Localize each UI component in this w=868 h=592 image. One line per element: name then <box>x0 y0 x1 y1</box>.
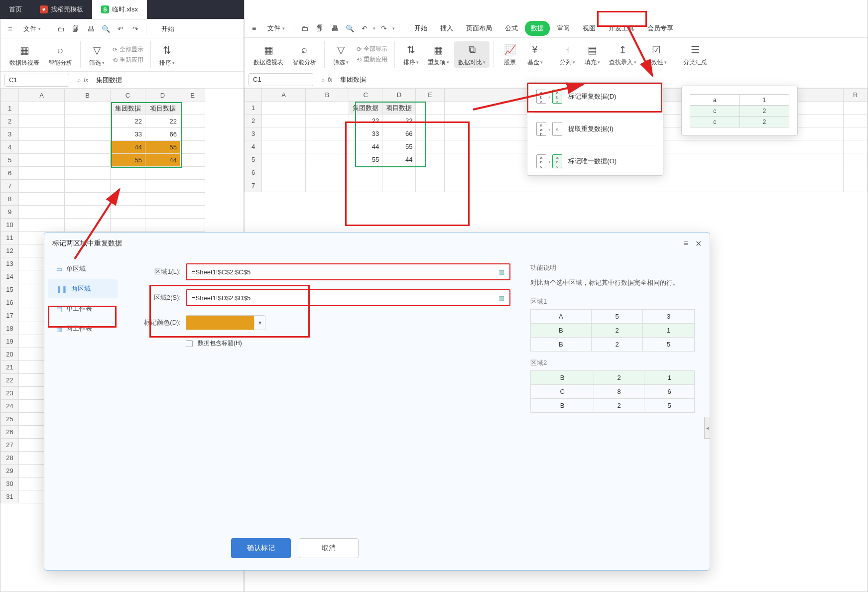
ribbon-pivot[interactable]: ▦数据透视表 <box>249 41 287 68</box>
row-10[interactable]: 10 <box>1 219 19 232</box>
row-3[interactable]: 3 <box>245 127 262 140</box>
row-16[interactable]: 16 <box>1 296 19 309</box>
redo-icon[interactable]: ↷ <box>129 22 142 35</box>
collapse-handle[interactable]: ◂ <box>704 417 710 439</box>
menu-start-left[interactable]: 开始 <box>155 21 180 36</box>
ribbon-compare[interactable]: ⧉数据对比▾ <box>454 41 490 68</box>
dropdown-mark-duplicate[interactable]: abc›abc 标记重复数据(D) <box>527 83 663 111</box>
col-B[interactable]: B <box>65 89 111 102</box>
ribbon-duplicates[interactable]: ▦重复项▾ <box>424 41 453 68</box>
fx-left[interactable]: ⌕ fx <box>73 77 92 84</box>
row-1[interactable]: 1 <box>1 102 19 115</box>
menu-layout[interactable]: 页面布局 <box>460 21 498 36</box>
row-14[interactable]: 14 <box>1 270 19 283</box>
ribbon-split[interactable]: ⫞分列▾ <box>555 41 579 68</box>
col-E[interactable]: E <box>180 89 205 102</box>
row-28[interactable]: 28 <box>1 452 19 465</box>
row-25[interactable]: 25 <box>1 413 19 426</box>
fx-right[interactable]: ⌕ fx <box>317 76 336 83</box>
row-13[interactable]: 13 <box>1 257 19 270</box>
save-icon[interactable]: 🗐 <box>313 22 326 35</box>
row-29[interactable]: 29 <box>1 465 19 477</box>
ribbon-subtotal[interactable]: ☰分类汇总 <box>679 41 711 68</box>
menu-formula[interactable]: 公式 <box>499 21 524 36</box>
undo-icon[interactable]: ↶ <box>114 22 127 35</box>
name-box-left[interactable]: C1 <box>4 74 69 87</box>
hamburger-icon[interactable]: ≡ <box>248 22 260 35</box>
color-picker[interactable]: ▾ <box>186 315 265 330</box>
row-27[interactable]: 27 <box>1 439 19 452</box>
row-18[interactable]: 18 <box>1 322 19 335</box>
area1-input[interactable]: =Sheet1!$C$2:$C$5▥ <box>186 263 510 280</box>
dropdown-mark-unique[interactable]: abc›abc 标记唯一数据(O) <box>527 147 663 175</box>
row-11[interactable]: 11 <box>1 232 19 244</box>
menu-start[interactable]: 开始 <box>408 21 433 36</box>
tab-templates[interactable]: ♥找稻壳模板 <box>31 0 92 19</box>
ribbon-filter-left[interactable]: ▽筛选▾ <box>85 42 109 68</box>
row-4[interactable]: 4 <box>1 141 19 154</box>
row-3[interactable]: 3 <box>1 128 19 141</box>
ribbon-stock[interactable]: 📈股票 <box>498 41 522 68</box>
menu-member[interactable]: 会员专享 <box>641 21 679 36</box>
menu-view[interactable]: 视图 <box>577 21 602 36</box>
print-icon[interactable]: 🖶 <box>328 22 341 35</box>
hamburger-icon[interactable]: ≡ <box>3 22 16 35</box>
file-menu-left[interactable]: 文件▾ <box>18 22 46 35</box>
save-icon[interactable]: 🗐 <box>69 22 82 35</box>
ribbon-smart-left[interactable]: ⌕智能分析 <box>44 42 76 68</box>
undo-icon[interactable]: ↶ <box>358 22 371 35</box>
col-C[interactable]: C <box>111 89 145 102</box>
col-E[interactable]: E <box>416 89 444 102</box>
menu-review[interactable]: 审阅 <box>551 21 576 36</box>
col-R[interactable]: R <box>844 89 868 102</box>
area2-input[interactable]: =Sheet1!$D$2:$D$5▥ <box>186 289 510 306</box>
row-2[interactable]: 2 <box>245 115 262 127</box>
row-22[interactable]: 22 <box>1 374 19 387</box>
row-7[interactable]: 7 <box>245 179 262 192</box>
row-31[interactable]: 31 <box>1 490 19 503</box>
print-icon[interactable]: 🖶 <box>84 22 97 35</box>
tab-file[interactable]: S临时.xlsx <box>92 0 147 19</box>
include-title-checkbox[interactable] <box>186 340 193 347</box>
menu-devtools[interactable]: 开发工具 <box>603 21 640 36</box>
row-24[interactable]: 24 <box>1 400 19 413</box>
show-all[interactable]: ⟳ 全部显示 <box>357 45 387 53</box>
row-9[interactable]: 9 <box>1 206 19 219</box>
formula-value-left[interactable]: 集团数据 <box>92 76 244 85</box>
reapply[interactable]: ⟲ 重新应用 <box>357 55 387 64</box>
row-21[interactable]: 21 <box>1 361 19 374</box>
col-D[interactable]: D <box>382 89 416 102</box>
menu-data[interactable]: 数据 <box>525 21 550 36</box>
ribbon-pivot-left[interactable]: ▦数据透视表 <box>5 42 43 68</box>
ribbon-fund[interactable]: ¥基金▾ <box>523 41 547 68</box>
file-menu-right[interactable]: 文件▾ <box>262 22 290 35</box>
preview-icon[interactable]: 🔍 <box>99 22 112 35</box>
row-2[interactable]: 2 <box>1 115 19 128</box>
side-single-area[interactable]: ▭单区域 <box>48 259 118 278</box>
row-23[interactable]: 23 <box>1 387 19 400</box>
row-4[interactable]: 4 <box>245 140 262 153</box>
corner-cell[interactable] <box>1 89 19 102</box>
dropdown-extract-duplicate[interactable]: aab›a 提取重复数据(I) <box>527 115 663 143</box>
corner-cell[interactable] <box>245 89 262 102</box>
close-icon[interactable]: ✕ <box>695 239 702 248</box>
side-single-sheet[interactable]: ▤单工作表 <box>48 299 118 318</box>
row-1[interactable]: 1 <box>245 102 262 115</box>
confirm-button[interactable]: 确认标记 <box>231 538 291 558</box>
side-double-area[interactable]: ❚❚两区域 <box>48 279 118 298</box>
show-all-left[interactable]: ⟳ 全部显示 <box>113 45 143 54</box>
ribbon-filter[interactable]: ▽筛选▾ <box>329 41 353 68</box>
ribbon-lookup[interactable]: ↥查找录入▾ <box>605 41 640 68</box>
row-20[interactable]: 20 <box>1 348 19 361</box>
range-picker-icon[interactable]: ▥ <box>498 294 504 302</box>
row-5[interactable]: 5 <box>1 154 19 167</box>
cancel-button[interactable]: 取消 <box>299 538 359 558</box>
row-5[interactable]: 5 <box>245 153 262 166</box>
menu-icon[interactable]: ≡ <box>684 239 688 248</box>
ribbon-validation[interactable]: ☑有效性▾ <box>641 41 671 68</box>
col-A[interactable]: A <box>19 89 65 102</box>
row-8[interactable]: 8 <box>1 193 19 206</box>
row-26[interactable]: 26 <box>1 426 19 439</box>
row-6[interactable]: 6 <box>245 166 262 179</box>
name-box-right[interactable]: C1 <box>248 73 313 86</box>
